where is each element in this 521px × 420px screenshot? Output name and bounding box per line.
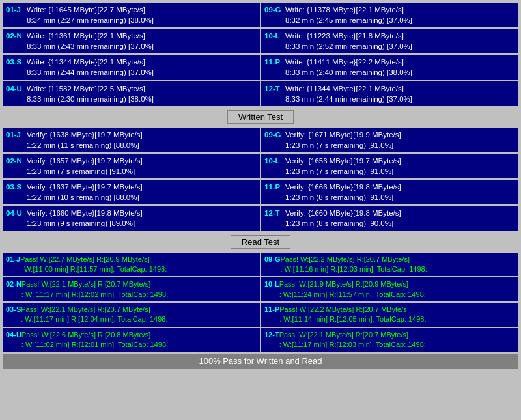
cell-id-label: 11-P	[264, 57, 285, 67]
read-test-divider: Read Test	[3, 232, 518, 251]
pass-cell-04-u: 04-U Pass! W:[22.6 MByte/s] R:[20.8 MByt…	[3, 328, 260, 352]
cell-id-label: 01-J	[6, 130, 27, 140]
cell-id-label: 02-N	[6, 156, 27, 166]
cell-11-p: 11-P Verify: {1666 MByte}[19.8 MByte/s] …	[261, 180, 518, 204]
cell-id-label: 02-N	[6, 31, 27, 41]
bottom-bar: 100% Pass for Written and Read	[3, 354, 518, 369]
read-grid: 01-J Pass! W:[22.7 MByte/s] R:[20.9 MByt…	[3, 253, 518, 352]
cell-id-label: 09-G	[264, 255, 280, 264]
cell-09-g: 09-G Verify: {1671 MByte}[19.9 MByte/s] …	[261, 128, 518, 152]
cell-id-label: 12-T	[264, 208, 285, 218]
cell-id-label: 10-L	[264, 156, 285, 166]
read-test-label: Read Test	[231, 235, 290, 249]
cell-id-label: 12-T	[264, 330, 279, 340]
cell-10-l: 10-L Write: {11223 MByte}[21.8 MByte/s] …	[261, 29, 518, 53]
write-grid: 01-J Write: {11645 MByte}[22.7 MByte/s] …	[3, 3, 518, 106]
cell-id-label: 11-P	[264, 182, 285, 192]
cell-01-j: 01-J Write: {11645 MByte}[22.7 MByte/s] …	[3, 3, 260, 27]
verify-section: 01-J Verify: {1638 MByte}[19.7 MByte/s] …	[3, 128, 518, 251]
pass-cell-09-g: 09-G Pass! W:[22.2 MByte/s] R:[20.7 MByt…	[261, 253, 518, 277]
cell-04-u: 04-U Write: {11582 MByte}[22.5 MByte/s] …	[3, 81, 260, 106]
cell-id-label: 09-G	[264, 5, 285, 15]
cell-id-label: 03-S	[6, 182, 27, 192]
cell-id-label: 01-J	[6, 255, 20, 264]
pass-cell-10-l: 10-L Pass! W:[21.9 MByte/s] R:[20.9 MByt…	[261, 277, 518, 301]
verify-grid: 01-J Verify: {1638 MByte}[19.7 MByte/s] …	[3, 128, 518, 231]
cell-id-label: 11-P	[264, 305, 279, 315]
cell-id-label: 03-S	[6, 57, 27, 67]
cell-03-s: 03-S Verify: {1637 MByte}[19.7 MByte/s] …	[3, 180, 260, 204]
cell-01-j: 01-J Verify: {1638 MByte}[19.7 MByte/s] …	[3, 128, 260, 152]
main-container: 01-J Write: {11645 MByte}[22.7 MByte/s] …	[0, 0, 521, 371]
pass-cell-11-p: 11-P Pass! W:[22.2 MByte/s] R:[20.7 MByt…	[261, 303, 518, 327]
cell-id-label: 10-L	[264, 31, 285, 41]
pass-cell-02-n: 02-N Pass! W:[22.1 MByte/s] R:[20.7 MByt…	[3, 277, 260, 301]
cell-id-label: 04-U	[6, 83, 27, 94]
read-section: 01-J Pass! W:[22.7 MByte/s] R:[20.9 MByt…	[3, 253, 518, 352]
cell-11-p: 11-P Write: {11411 MByte}[22.2 MByte/s] …	[261, 55, 518, 79]
cell-id-label: 04-U	[6, 330, 21, 340]
pass-cell-01-j: 01-J Pass! W:[22.7 MByte/s] R:[20.9 MByt…	[3, 253, 260, 277]
cell-id-label: 09-G	[264, 130, 285, 140]
pass-cell-12-t: 12-T Pass! W:[22.1 MByte/s] R:[20.7 MByt…	[261, 328, 518, 352]
cell-id-label: 04-U	[6, 208, 27, 218]
cell-02-n: 02-N Write: {11361 MByte}[22.1 MByte/s] …	[3, 29, 260, 53]
written-test-label: Written Test	[227, 110, 294, 124]
cell-02-n: 02-N Verify: {1657 MByte}[19.7 MByte/s] …	[3, 154, 260, 178]
pass-cell-03-s: 03-S Pass! W:[22.1 MByte/s] R:[20.7 MByt…	[3, 303, 260, 327]
cell-id-label: 01-J	[6, 5, 27, 15]
bottom-status: 100% Pass for Written and Read	[199, 356, 322, 366]
cell-id-label: 10-L	[264, 279, 279, 289]
written-test-divider: Written Test	[3, 107, 518, 126]
cell-id-label: 03-S	[6, 305, 21, 315]
cell-03-s: 03-S Write: {11344 MByte}[22.1 MByte/s] …	[3, 55, 260, 79]
cell-12-t: 12-T Write: {11344 MByte}[22.1 MByte/s] …	[261, 81, 518, 106]
cell-04-u: 04-U Verify: {1660 MByte}[19.8 MByte/s] …	[3, 206, 260, 231]
cell-id-label: 12-T	[264, 83, 285, 94]
cell-09-g: 09-G Write: {11378 MByte}[22.1 MByte/s] …	[261, 3, 518, 27]
cell-id-label: 02-N	[6, 279, 21, 289]
write-section: 01-J Write: {11645 MByte}[22.7 MByte/s] …	[3, 3, 518, 126]
cell-12-t: 12-T Verify: {1660 MByte}[19.8 MByte/s] …	[261, 206, 518, 231]
cell-10-l: 10-L Verify: {1656 MByte}[19.7 MByte/s] …	[261, 154, 518, 178]
